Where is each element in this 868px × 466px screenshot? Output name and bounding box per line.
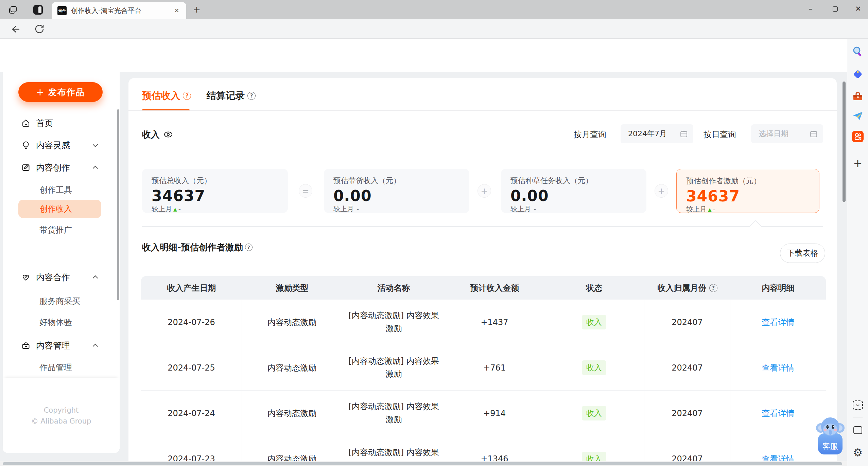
help-icon[interactable]: ? (245, 244, 253, 251)
month-query-label: 按月查询 (574, 129, 606, 140)
tab-settlement-record[interactable]: 结算记录 ? (207, 89, 256, 103)
sidebar-item-works-management[interactable]: 作品管理 (3, 358, 120, 377)
chevron-up-icon (93, 275, 98, 281)
toolbox-icon[interactable] (852, 90, 864, 103)
card-goods-income: 预估带货收入（元） 0.00 较上月- (324, 169, 469, 213)
heart-hands-icon (21, 272, 31, 282)
tab-title: 创作收入-淘宝光合平台 (71, 6, 166, 15)
card-task-income: 预估种草任务收入（元） 0.00 较上月- (501, 169, 646, 213)
sidebar-panel-icon[interactable] (852, 424, 864, 436)
main-content: 预估收入 ? 结算记录 ? 收入 按月查询 2024年7月 按日查询 选择日期 … (128, 78, 837, 466)
column-header: 收入归属月份? (644, 283, 730, 293)
sidebar: + 发布作品 首页 内容灵感 内容创作 创作工具 创作收入 带货推广 内容合作 … (3, 72, 120, 453)
day-query-label: 按日查询 (704, 129, 736, 140)
trend-up-icon: ▲ (708, 207, 712, 212)
window-maximize-button[interactable] (825, 0, 845, 18)
view-detail-link[interactable]: 查看详情 (762, 317, 795, 328)
paper-plane-icon[interactable] (852, 110, 864, 122)
view-detail-link[interactable]: 查看详情 (762, 362, 795, 373)
tab-close-icon[interactable]: ✕ (173, 6, 181, 15)
chevron-down-icon (93, 142, 98, 147)
sidebar-item-inspiration[interactable]: 内容灵感 (3, 136, 120, 155)
column-header: 状态 (544, 283, 644, 293)
calendar-icon (680, 130, 688, 138)
income-section-label: 收入 (142, 128, 173, 141)
screenshot-icon[interactable]: ✂ (852, 399, 864, 411)
help-icon[interactable]: ? (247, 92, 256, 100)
table-row: 2024-07-24 内容动态激励 [内容动态激励] 内容效果激励 +914 收… (141, 391, 826, 436)
download-table-button[interactable]: 下载表格 (780, 244, 825, 263)
table-header-row: 收入产生日期 激励类型 活动名称 预计收入金额 状态 收入归属月份? 内容明细 (141, 276, 826, 300)
kuaishou-icon[interactable] (852, 130, 864, 143)
customer-service-widget[interactable]: 客服 (816, 416, 845, 455)
equals-icon: = (299, 184, 312, 198)
sidebar-footer: Copyright © Alibaba Group (3, 378, 120, 453)
detail-section-title: 收入明细-预估创作者激励 ? (142, 240, 253, 254)
date-picker[interactable]: 选择日期 (751, 124, 823, 143)
sidebar-item-cooperation[interactable]: 内容合作 (3, 268, 120, 287)
status-badge: 收入 (582, 406, 606, 420)
sidebar-item-home[interactable]: 首页 (3, 113, 120, 132)
window-close-button[interactable]: ✕ (848, 0, 868, 18)
shopping-tag-icon[interactable] (852, 68, 864, 80)
selected-card-caret (750, 220, 761, 232)
edge-sidebar-rail: + ✂ ⚙ (847, 39, 868, 466)
settings-gear-icon[interactable]: ⚙ (852, 446, 864, 459)
screen: 光合 创作收入-淘宝光合平台 ✕ + – ✕ https://creator.g… (0, 0, 868, 466)
sidebar-scrollbar[interactable] (117, 109, 119, 300)
elephant-mascot-icon (816, 416, 845, 438)
tab-actions-icon[interactable] (7, 4, 18, 15)
rail-divider (853, 417, 863, 417)
column-header: 收入产生日期 (141, 283, 242, 293)
sidebar-item-creation-income-selected[interactable]: 创作收入 (18, 200, 101, 218)
site-header: 淘宝·光合平台 消息 创作者服务 (0, 39, 868, 72)
back-icon[interactable] (10, 24, 20, 35)
sidebar-item-goods-experience[interactable]: 好物体验 (3, 313, 120, 332)
plus-icon: + (36, 87, 45, 98)
card-creator-incentive-selected[interactable]: 预估创作者激励（元） 34637 较上月▲- (676, 169, 819, 213)
page-vertical-scrollbar[interactable] (843, 82, 846, 202)
status-badge: 收入 (582, 315, 606, 329)
sidebar-item-promotion[interactable]: 带货推广 (3, 220, 120, 239)
eye-icon[interactable] (163, 129, 173, 140)
add-sidebar-app-icon[interactable]: + (852, 157, 864, 169)
card-total-income: 预估总收入（元） 34637 较上月▲- (142, 169, 288, 213)
help-icon[interactable]: ? (709, 284, 717, 292)
horizontal-scrollbar-thumb[interactable] (3, 462, 842, 465)
home-icon (21, 118, 31, 128)
browser-toolbar: https://creator.guanghe.taobao.com/page/… (0, 19, 868, 39)
tab-estimated-income[interactable]: 预估收入 ? (142, 89, 191, 103)
browser-tab-strip: 光合 创作收入-淘宝光合平台 ✕ + – ✕ (0, 0, 868, 19)
table-row: 2024-07-26 内容动态激励 [内容动态激励] 内容效果激励 +1437 … (141, 300, 826, 345)
help-icon[interactable]: ? (183, 92, 191, 100)
publish-work-button[interactable]: + 发布作品 (18, 82, 103, 102)
column-header: 预计收入金额 (445, 283, 544, 293)
table-row: 2024-07-25 内容动态激励 [内容动态激励] 内容效果激励 +761 收… (141, 345, 826, 391)
view-detail-link[interactable]: 查看详情 (762, 408, 795, 419)
copyright-line: © Alibaba Group (3, 417, 120, 425)
plus-icon: + (478, 184, 491, 198)
month-picker[interactable]: 2024年7月 (621, 124, 693, 143)
new-tab-button[interactable]: + (192, 4, 202, 15)
income-detail-table: 收入产生日期 激励类型 活动名称 预计收入金额 状态 收入归属月份? 内容明细 … (141, 276, 826, 466)
sidebar-item-creation-tools[interactable]: 创作工具 (3, 180, 120, 199)
calendar-icon (810, 130, 818, 138)
refresh-icon[interactable] (34, 24, 45, 35)
page-horizontal-scrollbar[interactable] (0, 461, 847, 466)
sidebar-item-creation[interactable]: 内容创作 (3, 158, 120, 177)
chevron-up-icon (93, 344, 98, 349)
divider (128, 110, 837, 111)
archive-icon (21, 341, 31, 350)
sidebar-item-management[interactable]: 内容管理 (3, 336, 120, 355)
divider (142, 226, 823, 227)
site-favicon: 光合 (57, 6, 67, 15)
edit-icon (21, 163, 31, 172)
browser-tab[interactable]: 光合 创作收入-淘宝光合平台 ✕ (52, 2, 186, 19)
workspaces-icon[interactable] (33, 4, 44, 15)
lightbulb-icon (21, 140, 31, 150)
search-icon[interactable] (852, 46, 864, 58)
window-minimize-button[interactable]: – (801, 0, 820, 18)
plus-icon: + (655, 184, 668, 198)
trend-up-icon: ▲ (173, 207, 177, 212)
sidebar-item-service-purchase[interactable]: 服务商采买 (3, 292, 120, 311)
